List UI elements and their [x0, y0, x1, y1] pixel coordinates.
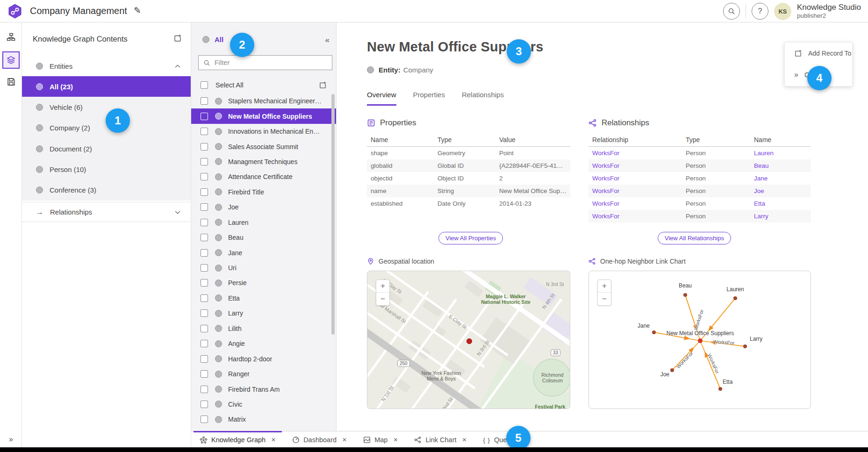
list-item[interactable]: Ranger [191, 366, 336, 381]
list-item-selected[interactable]: New Metal Office Suppliers [191, 108, 336, 123]
tab-properties[interactable]: Properties [413, 91, 445, 106]
table-row[interactable]: WorksForPersonLauren [588, 147, 811, 160]
item-checkbox[interactable] [201, 340, 208, 347]
select-all-checkbox[interactable] [201, 81, 208, 89]
entity-link[interactable]: Lauren [754, 150, 774, 157]
item-checkbox[interactable] [201, 279, 208, 287]
table-row[interactable]: globalidGlobal ID{A228944F-0EF5-412A-... [367, 159, 570, 172]
item-checkbox[interactable] [201, 401, 208, 408]
table-row[interactable]: WorksForPersonJoe [588, 185, 811, 197]
map-panel[interactable]: + − W Clay St W Marshall St E Clay St N … [367, 271, 570, 409]
table-row[interactable]: WorksForPersonLarry [588, 210, 811, 222]
tab-link-chart[interactable]: Link Chart ✕ [408, 431, 473, 447]
node-label[interactable]: Lauren [726, 286, 744, 293]
table-row[interactable]: nameStringNew Metal Office Suppli... [367, 185, 570, 197]
list-item[interactable]: Beau [191, 230, 336, 245]
table-row[interactable]: WorksForPersonEtta [588, 197, 811, 210]
list-item[interactable]: Joe [191, 200, 336, 215]
list-item[interactable]: Firebird Trans Am [191, 381, 336, 396]
zoom-in-button[interactable]: + [376, 280, 389, 293]
table-row[interactable]: objectidObject ID2 [367, 172, 570, 185]
item-checkbox[interactable] [201, 386, 208, 393]
chevron-down-icon[interactable] [175, 208, 180, 216]
relationship-link[interactable]: WorksFor [592, 175, 619, 182]
item-checkbox[interactable] [201, 416, 208, 423]
relationship-link[interactable]: WorksFor [592, 150, 619, 157]
item-checkbox[interactable] [201, 188, 208, 196]
account-identity[interactable]: Knowledge Studio publisher2 [797, 3, 861, 19]
relationships-section-header[interactable]: → Relationships [22, 202, 191, 222]
link-chart-panel[interactable]: + − Beau Lauren Jane Larry Joe Etta New … [588, 271, 811, 409]
node-label[interactable]: Larry [750, 336, 762, 342]
list-item[interactable]: Matrix [191, 412, 336, 427]
table-row[interactable]: shapeGeometryPoint [367, 147, 570, 160]
list-item[interactable]: Lilith [191, 321, 336, 336]
list-item[interactable]: Firebird Title [191, 185, 336, 200]
list-item[interactable]: Lauren [191, 215, 336, 230]
close-tab-icon[interactable]: ✕ [462, 437, 467, 443]
tab-dashboard[interactable]: Dashboard ✕ [286, 431, 353, 447]
entity-link[interactable]: Larry [754, 213, 768, 220]
list-item[interactable]: Sales Associate Summit [191, 139, 336, 154]
item-checkbox[interactable] [201, 219, 208, 226]
entity-link[interactable]: Joe [754, 187, 764, 194]
zoom-in-button[interactable]: + [598, 280, 611, 293]
save-icon[interactable] [0, 78, 22, 86]
item-checkbox[interactable] [201, 143, 208, 151]
item-checkbox[interactable] [201, 173, 208, 180]
list-item[interactable]: Innovations in Mechanical Engin... [191, 124, 336, 139]
table-row[interactable]: WorksForPersonBeau [588, 159, 811, 172]
item-checkbox[interactable] [201, 234, 208, 241]
entity-type-all[interactable]: All (23) [22, 76, 191, 97]
expand-rail-chevron[interactable]: » [0, 435, 22, 444]
avatar[interactable]: KS [774, 3, 791, 20]
view-all-properties-button[interactable]: View All Properties [438, 232, 503, 244]
table-row[interactable]: establishedDate Only2014-01-23 [367, 197, 570, 210]
entities-section-header[interactable]: Entities [22, 56, 191, 76]
entity-type-vehicle[interactable]: Vehicle (6) [22, 97, 191, 117]
list-item[interactable]: Managment Techniques [191, 154, 336, 169]
search-button[interactable] [723, 3, 740, 20]
item-checkbox[interactable] [201, 128, 208, 135]
list-item[interactable]: Persie [191, 275, 336, 290]
tab-relationships[interactable]: Relationships [462, 91, 504, 106]
node-label[interactable]: Etta [723, 379, 732, 385]
view-all-relationships-button[interactable]: View All Relationships [658, 232, 731, 244]
zoom-out-button[interactable]: − [598, 293, 611, 305]
list-item[interactable]: Civic [191, 397, 336, 412]
add-record-icon[interactable] [319, 81, 327, 89]
close-tab-icon[interactable]: ✕ [271, 437, 276, 443]
item-checkbox[interactable] [201, 325, 208, 332]
tab-overview[interactable]: Overview [367, 91, 396, 106]
relationship-link[interactable]: WorksFor [592, 213, 619, 220]
list-item[interactable]: Larry [191, 306, 336, 321]
filter-input[interactable] [215, 59, 332, 66]
chevron-up-icon[interactable] [175, 62, 180, 71]
entity-type-conference[interactable]: Conference (3) [22, 179, 191, 200]
relationship-link[interactable]: WorksFor [592, 200, 619, 207]
item-checkbox[interactable] [201, 355, 208, 363]
item-checkbox[interactable] [201, 370, 208, 378]
item-checkbox[interactable] [201, 309, 208, 317]
menu-item-add-record-to[interactable]: Add Record To [785, 46, 852, 60]
item-checkbox[interactable] [201, 294, 208, 302]
list-item[interactable]: Jane [191, 245, 336, 260]
edit-title-icon[interactable]: ✎ [134, 5, 141, 16]
entity-link[interactable]: Etta [754, 200, 765, 207]
item-checkbox[interactable] [201, 97, 208, 105]
entity-type-document[interactable]: Document (2) [22, 138, 191, 159]
table-row[interactable]: WorksForPersonJane [588, 172, 811, 185]
tab-knowledge-graph[interactable]: Knowledge Graph ✕ [194, 431, 282, 447]
relationship-link[interactable]: WorksFor [592, 187, 619, 194]
list-item[interactable]: Uri [191, 260, 336, 275]
list-item[interactable]: Hardtop 2-door [191, 351, 336, 366]
item-checkbox[interactable] [201, 203, 208, 211]
tab-map[interactable]: Map ✕ [357, 431, 404, 447]
list-item[interactable]: Attendance Certificate [191, 169, 336, 184]
help-button[interactable]: ? [752, 3, 768, 20]
entity-type-person[interactable]: Person (10) [22, 159, 191, 179]
node-label[interactable]: Joe [660, 371, 669, 378]
group-label[interactable]: All [215, 36, 223, 43]
layers-icon[interactable] [2, 51, 20, 69]
node-label[interactable]: Beau [679, 282, 692, 289]
